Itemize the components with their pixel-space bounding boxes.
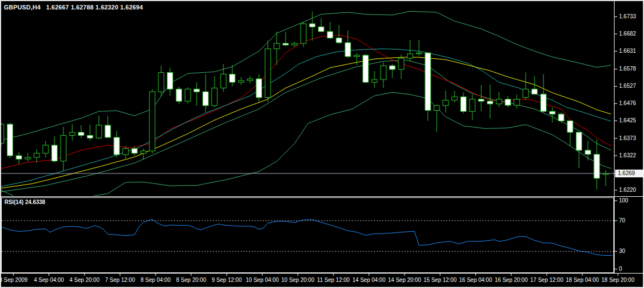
candle-body — [114, 137, 119, 155]
chart-ohlc-readout: 1.62667 1.62788 1.62320 1.62694 — [46, 4, 143, 11]
candle-body — [576, 132, 582, 150]
price-axis-label: 1.6373 — [619, 136, 636, 141]
ma-mid-teal-line — [1, 49, 611, 186]
candle-body — [78, 132, 84, 136]
candle-body — [52, 145, 57, 161]
rsi-indicator-label: RSI(14) 24.6338 — [4, 199, 45, 205]
candle-body — [105, 125, 111, 137]
candle-body — [301, 24, 306, 43]
candle-body — [532, 89, 537, 94]
candle-body — [69, 132, 75, 136]
candle-body — [452, 97, 457, 100]
candle-body — [229, 74, 235, 82]
rsi-axis-label: 30 — [619, 249, 625, 254]
candle-body — [416, 53, 422, 54]
candle-body — [496, 99, 502, 104]
mt4-chart-window: GBPUSD,H41.62667 1.62788 1.62320 1.62694… — [0, 0, 644, 288]
candle-body — [470, 99, 475, 111]
candle-body — [194, 89, 199, 92]
chart-canvas[interactable] — [0, 0, 644, 288]
candle-body — [407, 54, 413, 58]
candle-body — [523, 89, 528, 97]
candle-body — [372, 80, 377, 82]
candle-body — [381, 66, 386, 80]
candle-body — [141, 151, 146, 153]
candle-body — [594, 155, 600, 178]
rsi-panel-border — [2, 198, 614, 273]
rsi-axis-label: 70 — [619, 218, 625, 224]
candle-body — [176, 89, 182, 101]
candle-body — [221, 74, 226, 88]
candle-body — [603, 173, 608, 175]
candle-body — [505, 99, 511, 105]
price-axis-label: 1.6631 — [619, 48, 636, 54]
candle-body — [61, 136, 66, 161]
candle-body — [318, 27, 324, 32]
candle-body — [541, 94, 546, 111]
candle-body — [514, 99, 520, 105]
candle-body — [158, 72, 164, 92]
candle-body — [25, 157, 31, 159]
candle-body — [550, 111, 555, 114]
bollinger-lower-line — [1, 92, 611, 199]
candle-body — [434, 106, 440, 111]
candle-body — [283, 43, 288, 45]
window-border — [1, 1, 643, 287]
candle-body — [363, 55, 368, 82]
candle-body — [336, 38, 342, 43]
candle-body — [238, 81, 244, 82]
candle-body — [7, 124, 13, 156]
candle-body — [132, 148, 137, 153]
candle-body — [96, 125, 102, 138]
price-axis-label: 1.6682 — [619, 31, 636, 37]
candle-body — [16, 156, 22, 159]
candle-body — [585, 150, 591, 154]
candle-body — [43, 145, 48, 153]
candle-body — [185, 89, 191, 101]
current-price-badge: 1.6269 — [615, 170, 644, 177]
ma-slow-yellow-line — [1, 57, 611, 188]
price-axis-label: 1.6527 — [619, 83, 636, 89]
candle-body — [274, 43, 279, 49]
candle-body — [149, 92, 155, 151]
candle-body — [478, 99, 484, 101]
candle-body — [123, 148, 128, 155]
candle-body — [256, 79, 262, 98]
candle-body — [567, 121, 573, 132]
candle-body — [443, 100, 448, 106]
candle-body — [345, 43, 351, 57]
candle-body — [487, 101, 493, 104]
candle-body — [167, 72, 173, 89]
candle-body — [309, 24, 315, 27]
candle-body — [203, 92, 208, 106]
price-axis-label: 1.6220 — [619, 187, 636, 193]
candle-body — [247, 79, 253, 81]
chart-title: GBPUSD,H41.62667 1.62788 1.62320 1.62694 — [4, 4, 143, 11]
candle-body — [34, 153, 39, 157]
price-axis-label: 1.6322 — [619, 153, 636, 158]
candle-body — [425, 53, 431, 110]
candle-body — [558, 114, 564, 121]
price-axis-label: 1.6733 — [619, 14, 636, 19]
candle-body — [212, 88, 217, 106]
time-axis-label[interactable]: 18 Sep 20:00 — [595, 277, 641, 283]
rsi-line — [1, 220, 612, 256]
candle-body — [390, 66, 395, 69]
chart-symbol-period: GBPUSD,H4 — [4, 4, 41, 11]
candle-body — [87, 136, 93, 138]
candle-body — [398, 58, 404, 69]
candle-body — [292, 43, 297, 45]
price-axis-label: 1.6425 — [619, 118, 636, 123]
main-chart-panel[interactable] — [0, 11, 614, 199]
rsi-axis-label: 0 — [619, 266, 622, 272]
rsi-panel[interactable] — [1, 220, 613, 256]
candle-body — [265, 49, 271, 98]
candle-body — [461, 97, 466, 111]
candle-body — [354, 55, 360, 56]
price-axis-label: 1.6476 — [619, 101, 636, 106]
price-axis-label: 1.6578 — [619, 66, 636, 72]
candle-body — [327, 32, 333, 38]
rsi-axis-label: 100 — [619, 198, 628, 203]
